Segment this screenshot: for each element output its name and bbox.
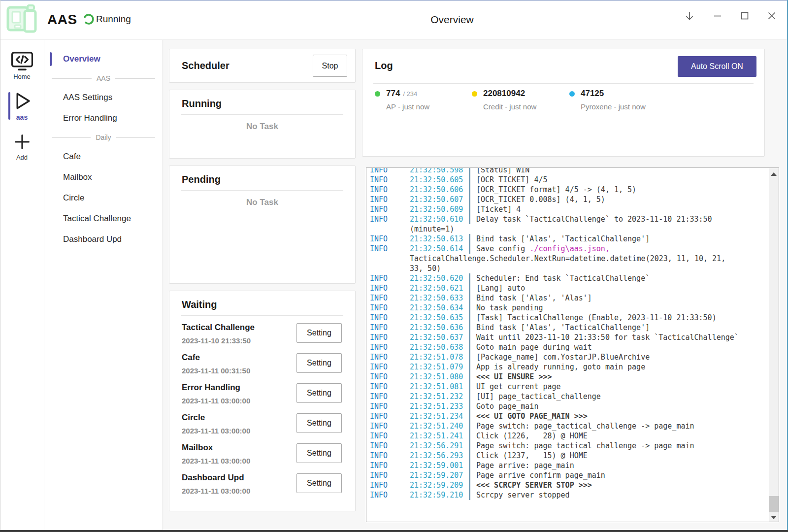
waiting-task-row: Error Handling 2023-11-11 03:00:00 Setti… <box>169 380 355 410</box>
log-level: INFO <box>366 195 410 204</box>
log-message: App is already running, goto main page <box>469 362 645 372</box>
task-setting-button[interactable]: Setting <box>296 413 342 433</box>
log-line: INFO21:32:59.001Page arrive: page_main <box>366 461 769 470</box>
log-line: INFO21:32:56.293Click (1237, 15) @ HOME <box>366 451 769 461</box>
log-level: INFO <box>366 431 410 441</box>
log-timestamp: 21:32:50.635 <box>410 313 469 323</box>
window-border-left <box>0 0 0 532</box>
active-indicator <box>50 52 52 66</box>
log-message: [Ticket] 4 <box>469 204 521 214</box>
log-level: INFO <box>366 392 410 401</box>
auto-scroll-button[interactable]: Auto Scroll ON <box>678 56 756 77</box>
log-message: Page switch: page_tactical_challenge -> … <box>469 421 694 431</box>
rail-item-label: aas <box>16 113 28 121</box>
scheduler-card: Scheduler Stop <box>169 49 356 83</box>
log-level: INFO <box>366 323 410 332</box>
scrollbar-thumb[interactable] <box>769 496 779 512</box>
task-setting-button[interactable]: Setting <box>296 443 342 463</box>
log-line: INFO21:32:51.081UI get current page <box>366 382 769 392</box>
window-border-bottom <box>0 530 788 532</box>
log-message: Goto main page during wait <box>469 342 592 352</box>
pending-title: Pending <box>182 174 355 185</box>
log-timestamp: 21:32:51.241 <box>410 431 469 441</box>
log-line: INFO21:32:50.610Delay task `TacticalChal… <box>366 214 769 224</box>
plus-icon <box>12 132 32 152</box>
log-line-continuation: 33, 50) <box>366 264 769 273</box>
task-name: Cafe <box>182 353 200 363</box>
log-message: [UI] page_tactical_challenge <box>469 392 601 401</box>
log-timestamp: 21:32:50.621 <box>410 283 469 293</box>
log-line: INFO21:32:59.209<<< SCRCPY SERVER STOP >… <box>366 480 769 490</box>
log-timestamp: 21:32:50.610 <box>410 214 469 224</box>
close-icon <box>766 10 777 21</box>
divider <box>181 190 343 191</box>
sidebar-item-cafe[interactable]: Cafe <box>45 146 162 167</box>
sidebar-item-error-handling[interactable]: Error Handling <box>45 108 162 129</box>
play-icon <box>12 91 33 111</box>
log-message: Goto page_main <box>469 401 538 411</box>
log-message: [OCR_TICKET] 4/5 <box>469 175 548 185</box>
rail-item-add[interactable]: Add <box>0 128 44 165</box>
task-setting-button[interactable]: Setting <box>296 473 342 493</box>
log-timestamp: 21:32:50.614 <box>410 244 469 254</box>
sidebar-item-circle[interactable]: Circle <box>45 188 162 208</box>
log-line: INFO21:32:51.240Page switch: page_tactic… <box>366 421 769 431</box>
log-message: Scrcpy server stopped <box>469 490 570 500</box>
log-timestamp: 21:32:50.609 <box>410 204 469 214</box>
rail-item-home[interactable]: Home <box>0 47 44 84</box>
sidebar: Overview AAS AAS Settings Error Handling… <box>45 40 163 532</box>
nav-rail: Home aas Add <box>0 40 44 532</box>
maximize-button[interactable] <box>734 6 755 26</box>
sidebar-item-mailbox[interactable]: Mailbox <box>45 167 162 188</box>
log-line: INFO21:32:56.291Page switch: page_tactic… <box>366 441 769 451</box>
log-timestamp: 21:32:50.605 <box>410 175 469 185</box>
arrow-down-icon <box>684 10 695 22</box>
log-message: [Lang] auto <box>469 283 525 293</box>
close-button[interactable] <box>761 6 782 26</box>
resource-stat: 774 / 234 AP - just now <box>375 89 429 111</box>
log-line: INFO21:32:50.635[Task] TacticalChallenge… <box>366 313 769 323</box>
log-scrollbar[interactable] <box>769 168 779 522</box>
sidebar-item-aas-settings[interactable]: AAS Settings <box>45 87 162 108</box>
log-message: <<< UI GOTO PAGE_MAIN >>> <box>469 411 588 421</box>
log-line: INFO21:32:50.607[OCR_TICKET 0.008s] (4, … <box>366 195 769 204</box>
log-level: INFO <box>366 490 410 500</box>
log-level: INFO <box>366 342 410 352</box>
waiting-task-row: Dashboard Upd 2023-11-11 03:00:00 Settin… <box>169 470 355 500</box>
running-title: Running <box>182 98 355 109</box>
task-setting-button[interactable]: Setting <box>296 383 342 403</box>
log-header: Log Auto Scroll ON <box>362 49 764 83</box>
scrollbar-down-arrow-icon[interactable] <box>771 516 777 519</box>
log-level: INFO <box>366 362 410 372</box>
sidebar-item-overview[interactable]: Overview <box>45 49 162 69</box>
divider-line <box>115 78 155 79</box>
rail-item-label: Home <box>13 73 31 80</box>
log-message: Delay task `TacticalChallenge` to 2023-1… <box>469 214 712 224</box>
task-setting-button[interactable]: Setting <box>296 353 342 373</box>
log-line: INFO21:32:51.241Click (1226, 28) @ HOME <box>366 431 769 441</box>
stat-label: Pyroxene - just now <box>581 102 646 111</box>
log-line: INFO21:32:51.079App is already running, … <box>366 362 769 372</box>
rail-item-aas[interactable]: aas <box>0 87 44 125</box>
log-line: INFO21:32:50.605[OCR_TICKET] 4/5 <box>366 175 769 185</box>
stat-dot-icon <box>569 91 575 97</box>
log-level: INFO <box>366 451 410 461</box>
log-line: INFO21:32:50.621[Lang] auto <box>366 283 769 293</box>
status-label: Running <box>96 14 131 25</box>
minimize-button[interactable] <box>707 6 728 26</box>
log-line: INFO21:32:50.620Scheduler: End task `Tac… <box>366 273 769 283</box>
sidebar-item-tactical-challenge[interactable]: Tactical Challenge <box>45 208 162 229</box>
waiting-task-row: Circle 2023-11-11 03:00:00 Setting <box>169 410 355 440</box>
hide-to-tray-button[interactable] <box>679 6 700 26</box>
sidebar-item-dashboard-upd[interactable]: Dashboard Upd <box>45 229 162 250</box>
log-line: INFO21:32:50.609[Ticket] 4 <box>366 204 769 214</box>
log-level: INFO <box>366 175 410 185</box>
stop-button[interactable]: Stop <box>313 55 347 77</box>
scrollbar-up-arrow-icon[interactable] <box>771 172 777 176</box>
log-message: Wait until 2023-11-10 21:33:50 for task … <box>469 332 739 342</box>
sidebar-section-divider: Daily <box>45 129 162 146</box>
log-level: INFO <box>366 283 410 293</box>
task-next-run-time: 2023-11-11 00:31:50 <box>182 366 250 375</box>
app-name: AAS <box>47 12 77 28</box>
task-setting-button[interactable]: Setting <box>296 323 342 343</box>
